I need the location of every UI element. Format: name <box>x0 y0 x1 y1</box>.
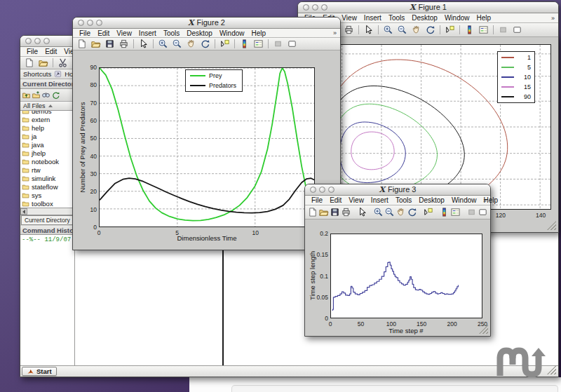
menu-overflow-arrow[interactable]: » <box>483 197 487 204</box>
zoom-out-button[interactable] <box>396 25 409 36</box>
save-button[interactable] <box>330 207 340 218</box>
print-button[interactable] <box>342 25 356 36</box>
find-files-icon[interactable] <box>41 90 50 100</box>
folder-item-stateflow[interactable]: stateflow <box>22 182 74 191</box>
command-history-body[interactable]: --%-- 11/9/07 <box>20 235 74 365</box>
rotate3d-button[interactable] <box>407 207 417 218</box>
zoom-out-button[interactable] <box>384 207 395 218</box>
menu-item-desktop[interactable]: Desktop <box>415 196 448 204</box>
pointer-button[interactable] <box>137 39 150 50</box>
zoom-in-button[interactable] <box>373 207 384 218</box>
figure2-window[interactable]: XFigure 2 FileEditViewInsertToolsDesktop… <box>72 17 341 250</box>
figure2-menubar[interactable]: FileEditViewInsertToolsDesktopWindowHelp… <box>73 29 340 38</box>
zoom-button[interactable] <box>43 38 50 44</box>
menu-overflow-arrow[interactable]: » <box>333 29 337 36</box>
pointer-button[interactable] <box>357 207 367 218</box>
figure3-menubar[interactable]: FileEditViewInsertToolsDesktopWindowHelp… <box>305 196 490 205</box>
show-plot-tools-button[interactable] <box>478 207 488 218</box>
window-controls[interactable] <box>25 38 50 44</box>
new-script-button[interactable] <box>22 58 36 69</box>
directory-toolbar[interactable] <box>20 89 74 102</box>
insert-colorbar-button[interactable] <box>238 39 251 50</box>
data-cursor-button[interactable] <box>423 207 433 218</box>
menu-item-desktop[interactable]: Desktop <box>408 14 441 22</box>
pan-button[interactable] <box>396 207 406 218</box>
menu-item-view[interactable]: View <box>345 196 367 204</box>
start-button[interactable]: Start <box>22 367 57 376</box>
pan-button[interactable] <box>410 25 423 36</box>
folder-item-notebook[interactable]: notebook <box>22 157 74 165</box>
menu-item-help[interactable]: Help <box>248 29 270 37</box>
close-button[interactable] <box>25 38 32 44</box>
menu-item-insert[interactable]: Insert <box>360 14 385 22</box>
folder-item-help[interactable]: help <box>22 123 74 132</box>
menu-item-window[interactable]: Window <box>216 29 248 37</box>
open-file-button[interactable] <box>318 207 329 218</box>
open-file-button[interactable] <box>89 39 102 50</box>
hide-plot-tools-button[interactable] <box>466 207 477 218</box>
print-button[interactable] <box>341 207 351 218</box>
zoom-out-button[interactable] <box>170 39 184 50</box>
figure2-toolbar[interactable] <box>73 38 340 50</box>
show-plot-tools-button[interactable] <box>285 39 299 50</box>
command-history-header[interactable]: Command History <box>20 226 74 235</box>
data-cursor-button[interactable] <box>443 25 457 36</box>
insert-legend-button[interactable] <box>477 25 490 36</box>
command-history-entry[interactable]: --%-- 11/9/07 <box>20 235 74 245</box>
up-one-level-icon[interactable] <box>22 90 31 100</box>
scroll-left-arrow[interactable] <box>20 208 27 215</box>
folder-item-rtw[interactable]: rtw <box>22 165 74 174</box>
insert-legend-button[interactable] <box>252 39 265 50</box>
menu-item-help[interactable]: Help <box>473 14 495 22</box>
rotate3d-button[interactable] <box>198 39 212 50</box>
current-directory-header[interactable]: Current Directory <box>20 79 74 89</box>
menu-item-tools[interactable]: Tools <box>392 196 415 204</box>
insert-colorbar-button[interactable] <box>463 25 476 36</box>
menu-item-edit[interactable]: Edit <box>326 196 345 204</box>
resize-grip[interactable] <box>547 221 556 230</box>
zoom-in-button[interactable] <box>156 39 170 50</box>
menu-item-edit[interactable]: Edit <box>94 29 113 37</box>
cut-button[interactable] <box>56 58 69 69</box>
folder-item-sys[interactable]: sys <box>22 191 74 199</box>
pan-button[interactable] <box>184 39 198 50</box>
figure3-window[interactable]: XFigure 3 FileEditViewInsertToolsDesktop… <box>304 184 491 337</box>
save-button[interactable] <box>103 39 116 50</box>
folder-item-java[interactable]: java <box>22 140 74 149</box>
resize-grip[interactable] <box>547 365 556 374</box>
hide-plot-tools-button[interactable] <box>271 39 285 50</box>
folder-item-extern[interactable]: extern <box>22 115 74 123</box>
menu-item-tools[interactable]: Tools <box>160 29 183 37</box>
data-cursor-button[interactable] <box>218 39 231 50</box>
folder-item-jhelp[interactable]: jhelp <box>22 149 74 157</box>
new-figure-button[interactable] <box>75 39 88 50</box>
menu-item-insert[interactable]: Insert <box>367 196 392 204</box>
menu-item-edit[interactable]: Edit <box>41 48 60 55</box>
new-figure-button[interactable] <box>307 207 318 218</box>
horizontal-scrollbar[interactable] <box>20 208 74 215</box>
pointer-button[interactable] <box>362 25 375 36</box>
files-column-header[interactable]: All Files <box>20 102 74 111</box>
print-button[interactable] <box>117 39 130 50</box>
menu-item-tools[interactable]: Tools <box>385 14 408 22</box>
menu-item-insert[interactable]: Insert <box>135 29 160 37</box>
insert-legend-button[interactable] <box>450 207 461 218</box>
figure3-titlebar[interactable]: XFigure 3 <box>305 184 490 196</box>
figure2-titlebar[interactable]: XFigure 2 <box>73 18 340 29</box>
figure3-toolbar[interactable] <box>305 205 490 219</box>
menu-overflow-arrow[interactable]: » <box>551 15 555 22</box>
menu-item-file[interactable]: File <box>76 29 94 37</box>
show-plot-tools-button[interactable] <box>511 25 524 36</box>
refresh-icon[interactable] <box>51 90 60 100</box>
menu-item-view[interactable]: View <box>113 29 135 37</box>
hide-plot-tools-button[interactable] <box>496 25 510 36</box>
figure1-legend[interactable]: 15101590 <box>497 51 535 103</box>
menu-item-desktop[interactable]: Desktop <box>183 29 216 37</box>
figure1-titlebar[interactable]: XFigure 1 <box>298 2 558 13</box>
menu-item-view[interactable]: View <box>338 14 360 22</box>
minimize-button[interactable] <box>34 38 41 44</box>
folder-item-ja[interactable]: ja <box>22 132 74 140</box>
menu-item-window[interactable]: Window <box>441 14 473 22</box>
insert-colorbar-button[interactable] <box>439 207 450 218</box>
folder-item-simulink[interactable]: simulink <box>22 174 74 182</box>
